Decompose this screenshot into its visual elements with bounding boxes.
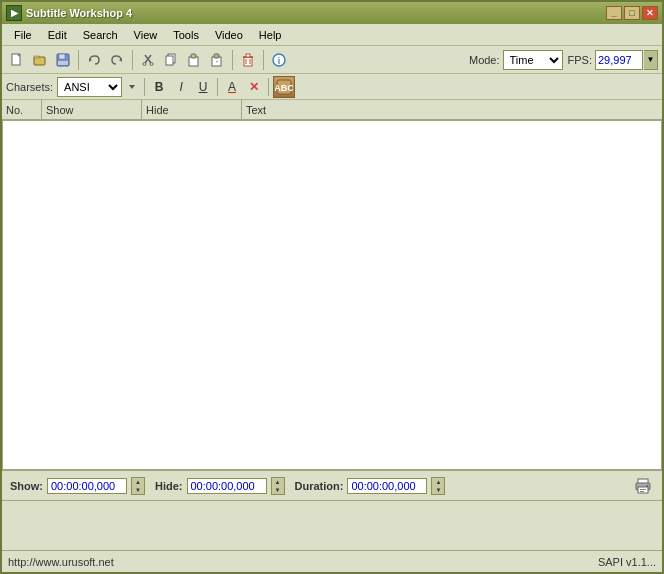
hide-time-up[interactable]: ▲ <box>272 478 284 486</box>
menu-view[interactable]: View <box>126 27 166 43</box>
svg-point-12 <box>150 62 153 65</box>
maximize-button[interactable]: □ <box>624 6 640 20</box>
svg-text:i: i <box>278 56 281 66</box>
italic-button[interactable]: I <box>171 77 191 97</box>
duration-time-up[interactable]: ▲ <box>432 478 444 486</box>
svg-rect-6 <box>58 61 68 65</box>
svg-rect-3 <box>34 56 39 58</box>
svg-rect-22 <box>246 54 250 57</box>
minimize-button[interactable]: _ <box>606 6 622 20</box>
svg-rect-14 <box>166 56 173 65</box>
hide-time-dn[interactable]: ▼ <box>272 486 284 494</box>
copy-button[interactable] <box>160 49 182 71</box>
window-controls: _ □ ✕ <box>606 6 658 20</box>
clear-format-button[interactable]: ✕ <box>244 77 264 97</box>
mode-label: Mode: <box>469 54 500 66</box>
hide-label: Hide: <box>155 480 183 492</box>
delete-button[interactable] <box>237 49 259 71</box>
svg-rect-33 <box>640 489 646 490</box>
svg-point-35 <box>646 485 648 487</box>
hide-time-spin[interactable]: ▲ ▼ <box>271 477 285 495</box>
formatbar: Charsets: ANSI B I U A ✕ ABC <box>2 74 662 100</box>
menubar: File Edit Search View Tools Video Help <box>2 24 662 46</box>
bold-button[interactable]: B <box>149 77 169 97</box>
toolbar-sep-2 <box>132 50 133 70</box>
duration-time-dn[interactable]: ▼ <box>432 486 444 494</box>
close-button[interactable]: ✕ <box>642 6 658 20</box>
hide-time: 00:00:00,000 <box>187 478 267 494</box>
svg-point-11 <box>143 62 146 65</box>
text-edit-area[interactable] <box>2 500 662 550</box>
info-button[interactable]: i <box>268 49 290 71</box>
charset-dropdown-button[interactable] <box>124 76 140 98</box>
menu-tools[interactable]: Tools <box>165 27 207 43</box>
undo-button[interactable] <box>83 49 105 71</box>
show-time-spin[interactable]: ▲ ▼ <box>131 477 145 495</box>
menu-help[interactable]: Help <box>251 27 290 43</box>
show-time-dn[interactable]: ▼ <box>132 486 144 494</box>
svg-text:ABC: ABC <box>275 83 293 93</box>
duration-label: Duration: <box>295 480 344 492</box>
col-show-header: Show <box>42 100 142 119</box>
svg-rect-20 <box>244 57 252 66</box>
subtitle-list[interactable] <box>2 120 662 470</box>
svg-rect-34 <box>640 491 644 492</box>
menu-search[interactable]: Search <box>75 27 126 43</box>
statusbar: http://www.urusoft.net SAPI v1.1... <box>2 550 662 572</box>
fps-value: 29,997 <box>595 50 643 70</box>
open-button[interactable] <box>29 49 51 71</box>
titlebar: ▶ Subtitle Workshop 4 _ □ ✕ <box>2 2 662 24</box>
menu-video[interactable]: Video <box>207 27 251 43</box>
toolbar: + i Mode: Time FPS: <box>2 46 662 74</box>
spell-check-button[interactable]: ABC <box>273 76 295 98</box>
fps-label: FPS: <box>568 54 592 66</box>
show-time: 00:00:00,000 <box>47 478 127 494</box>
timebar: Show: 00:00:00,000 ▲ ▼ Hide: 00:00:00,00… <box>2 470 662 500</box>
app-icon: ▶ <box>6 5 22 21</box>
format-sep-3 <box>268 78 269 96</box>
svg-text:+: + <box>216 58 219 64</box>
svg-marker-27 <box>129 85 135 89</box>
window-title: Subtitle Workshop 4 <box>26 7 606 19</box>
column-header: No. Show Hide Text <box>2 100 662 120</box>
toolbar-sep-4 <box>263 50 264 70</box>
menu-file[interactable]: File <box>6 27 40 43</box>
format-sep-2 <box>217 78 218 96</box>
svg-rect-5 <box>59 54 65 59</box>
main-window: ▶ Subtitle Workshop 4 _ □ ✕ File Edit Se… <box>0 0 664 574</box>
fps-dropdown-button[interactable]: ▼ <box>644 50 658 70</box>
paste-button[interactable] <box>183 49 205 71</box>
underline-button[interactable]: U <box>193 77 213 97</box>
font-color-button[interactable]: A <box>222 77 242 97</box>
redo-button[interactable] <box>106 49 128 71</box>
toolbar-sep-1 <box>78 50 79 70</box>
col-text-header: Text <box>242 100 662 119</box>
duration-time: 00:00:00,000 <box>347 478 427 494</box>
format-sep-1 <box>144 78 145 96</box>
status-url: http://www.urusoft.net <box>8 556 598 568</box>
save-button[interactable] <box>52 49 74 71</box>
charset-label: Charsets: <box>6 81 53 93</box>
show-time-up[interactable]: ▲ <box>132 478 144 486</box>
col-hide-header: Hide <box>142 100 242 119</box>
duration-time-spin[interactable]: ▲ ▼ <box>431 477 445 495</box>
cut-button[interactable] <box>137 49 159 71</box>
print-button[interactable] <box>632 475 654 497</box>
charset-select[interactable]: ANSI <box>57 77 122 97</box>
new-button[interactable] <box>6 49 28 71</box>
menu-edit[interactable]: Edit <box>40 27 75 43</box>
paste-special-button[interactable]: + <box>206 49 228 71</box>
col-no-header: No. <box>2 100 42 119</box>
toolbar-sep-3 <box>232 50 233 70</box>
status-version: SAPI v1.1... <box>598 556 656 568</box>
show-label: Show: <box>10 480 43 492</box>
mode-select[interactable]: Time <box>503 50 563 70</box>
svg-rect-16 <box>191 54 196 58</box>
